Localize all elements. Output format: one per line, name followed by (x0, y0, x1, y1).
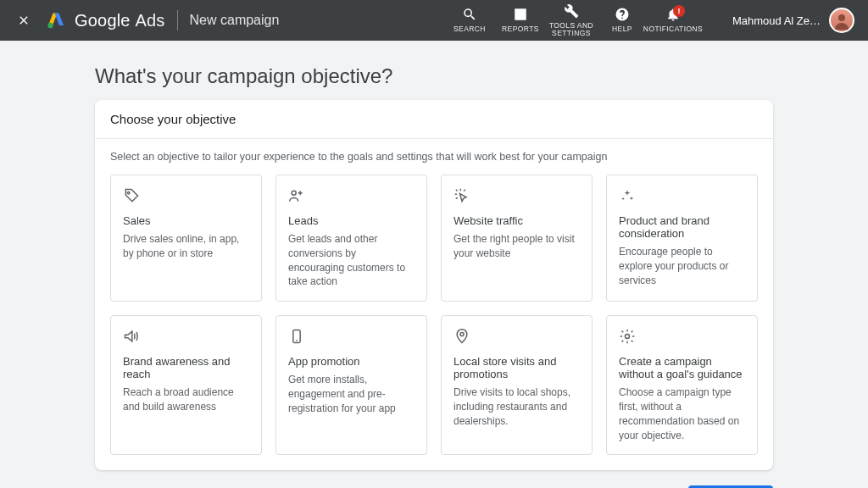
objective-website-traffic[interactable]: Website traffic Get the right people to … (441, 175, 593, 302)
objective-card: Choose your objective Select an objectiv… (95, 100, 773, 470)
search-icon (462, 7, 477, 22)
nav-tools-settings[interactable]: TOOLS AND SETTINGS (546, 3, 597, 38)
sparkle-icon (619, 187, 745, 206)
page-title: What's your campaign objective? (95, 64, 773, 88)
megaphone-icon (123, 328, 249, 347)
header-subtitle: New campaign (190, 13, 280, 28)
header-divider (177, 10, 178, 30)
objective-desc: Encourage people to explore your product… (619, 245, 745, 287)
objective-title: Brand awareness and reach (123, 355, 249, 380)
objective-desc: Get the right people to visit your websi… (453, 232, 580, 261)
avatar-icon (832, 11, 852, 31)
help-icon (615, 7, 630, 22)
objective-product-brand[interactable]: Product and brand consideration Encourag… (606, 175, 758, 302)
user-name: Mahmoud Al Ze… (732, 14, 821, 27)
svg-point-3 (292, 191, 296, 195)
close-icon (17, 14, 31, 27)
svg-point-1 (838, 14, 845, 21)
objective-desc: Drive visits to local shops, including r… (453, 385, 580, 428)
objective-desc: Choose a campaign type first, without a … (619, 385, 745, 442)
svg-point-2 (127, 191, 130, 194)
objective-desc: Drive sales online, in app, by phone or … (123, 232, 249, 261)
cursor-click-icon (453, 187, 580, 206)
objective-title: Sales (123, 214, 249, 227)
people-plus-icon (288, 187, 415, 206)
app-header: Google Ads New campaign SEARCH REPORTS T… (0, 0, 868, 41)
objective-title: Create a campaign without a goal's guida… (619, 355, 745, 380)
notification-badge: ! (673, 5, 685, 17)
reports-icon (513, 7, 528, 22)
nav-notifications[interactable]: ! NOTIFICATIONS (648, 7, 698, 33)
objective-title: Leads (288, 214, 415, 227)
tag-icon (123, 187, 249, 206)
objective-sales[interactable]: Sales Drive sales online, in app, by pho… (110, 175, 262, 302)
gear-icon (619, 328, 745, 347)
card-subtitle: Select an objective to tailor your exper… (95, 139, 773, 163)
brand-name: Google Ads (75, 11, 165, 30)
objective-desc: Get more installs, engagement and pre-re… (288, 373, 415, 415)
objective-title: App promotion (288, 355, 415, 368)
nav-reports[interactable]: REPORTS (495, 7, 546, 33)
svg-point-0 (47, 23, 53, 28)
objective-no-goal[interactable]: Create a campaign without a goal's guida… (606, 315, 758, 455)
objective-desc: Reach a broad audience and build awarene… (123, 385, 249, 414)
objective-title: Website traffic (453, 214, 580, 227)
google-ads-logo-icon (46, 10, 66, 30)
objective-title: Product and brand consideration (619, 214, 745, 240)
objective-title: Local store visits and promotions (453, 355, 580, 380)
nav-help[interactable]: HELP (597, 7, 648, 33)
svg-point-5 (460, 333, 464, 336)
phone-icon (288, 328, 415, 347)
user-avatar[interactable] (829, 8, 854, 33)
objective-app-promotion[interactable]: App promotion Get more installs, engagem… (275, 315, 427, 455)
nav-search[interactable]: SEARCH (444, 7, 495, 33)
tools-icon (564, 3, 579, 19)
location-icon (453, 328, 580, 347)
card-header: Choose your objective (95, 100, 773, 139)
svg-point-6 (626, 335, 630, 339)
objective-desc: Get leads and other conversions by encou… (288, 232, 415, 289)
objective-local-store[interactable]: Local store visits and promotions Drive … (441, 315, 593, 455)
objective-leads[interactable]: Leads Get leads and other conversions by… (275, 175, 427, 302)
close-button[interactable] (14, 10, 34, 30)
objective-brand-awareness[interactable]: Brand awareness and reach Reach a broad … (110, 315, 262, 455)
